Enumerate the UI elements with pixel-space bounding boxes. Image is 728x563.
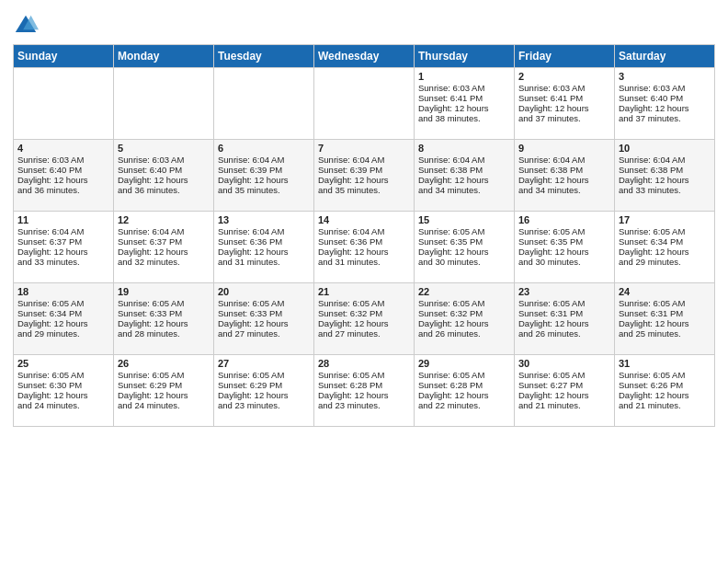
day-number: 24 — [619, 286, 711, 297]
calendar-cell — [314, 68, 415, 140]
day-info: Sunset: 6:35 PM — [418, 236, 510, 247]
calendar-cell: 4Sunrise: 6:03 AMSunset: 6:40 PMDaylight… — [14, 140, 114, 212]
day-info: and 34 minutes. — [518, 185, 610, 195]
day-info: Sunrise: 6:03 AM — [17, 155, 109, 165]
weekday-header-wednesday: Wednesday — [314, 45, 415, 68]
calendar-cell: 22Sunrise: 6:05 AMSunset: 6:32 PMDayligh… — [415, 283, 515, 355]
day-info: Daylight: 12 hours — [619, 103, 711, 113]
day-number: 6 — [218, 143, 310, 154]
day-info: Sunset: 6:32 PM — [418, 308, 510, 318]
weekday-header-tuesday: Tuesday — [214, 45, 314, 68]
day-info: Sunset: 6:29 PM — [218, 380, 310, 390]
day-info: Sunset: 6:35 PM — [518, 236, 610, 247]
header — [13, 9, 715, 39]
day-number: 1 — [418, 71, 510, 82]
day-info: Daylight: 12 hours — [17, 390, 109, 400]
day-number: 14 — [318, 214, 410, 225]
logo — [13, 13, 42, 39]
day-info: Daylight: 12 hours — [418, 175, 510, 185]
day-info: Sunset: 6:40 PM — [619, 93, 711, 103]
day-number: 19 — [118, 286, 210, 297]
weekday-header-row: SundayMondayTuesdayWednesdayThursdayFrid… — [14, 45, 715, 68]
day-info: Daylight: 12 hours — [518, 247, 610, 257]
day-number: 29 — [418, 358, 510, 369]
day-info: Sunrise: 6:05 AM — [518, 370, 610, 380]
logo-icon — [13, 13, 39, 39]
day-info: Sunset: 6:34 PM — [619, 236, 711, 247]
calendar-cell: 17Sunrise: 6:05 AMSunset: 6:34 PMDayligh… — [615, 212, 715, 283]
day-info: Sunrise: 6:05 AM — [218, 370, 310, 380]
day-info: and 36 minutes. — [118, 185, 210, 195]
day-info: and 36 minutes. — [17, 185, 109, 195]
day-number: 11 — [17, 214, 109, 225]
day-info: and 38 minutes. — [418, 113, 510, 123]
day-number: 3 — [619, 71, 711, 82]
day-info: Sunrise: 6:04 AM — [318, 226, 410, 236]
day-info: Sunset: 6:39 PM — [218, 165, 310, 175]
calendar-cell: 29Sunrise: 6:05 AMSunset: 6:28 PMDayligh… — [415, 355, 515, 427]
day-info: Sunrise: 6:05 AM — [218, 298, 310, 308]
calendar-cell — [214, 68, 314, 140]
calendar-cell: 13Sunrise: 6:04 AMSunset: 6:36 PMDayligh… — [214, 212, 314, 283]
day-info: Daylight: 12 hours — [318, 318, 410, 328]
day-info: Daylight: 12 hours — [318, 390, 410, 400]
day-info: Sunset: 6:36 PM — [318, 236, 410, 247]
day-info: Sunrise: 6:05 AM — [418, 370, 510, 380]
day-info: Daylight: 12 hours — [418, 318, 510, 328]
day-info: and 33 minutes. — [17, 257, 109, 267]
day-info: Daylight: 12 hours — [118, 175, 210, 185]
day-info: Daylight: 12 hours — [518, 175, 610, 185]
day-info: and 21 minutes. — [619, 400, 711, 410]
day-info: Daylight: 12 hours — [418, 247, 510, 257]
day-number: 28 — [318, 358, 410, 369]
day-info: Daylight: 12 hours — [17, 247, 109, 257]
day-number: 15 — [418, 214, 510, 225]
calendar-cell: 3Sunrise: 6:03 AMSunset: 6:40 PMDaylight… — [615, 68, 715, 140]
day-info: Sunrise: 6:05 AM — [17, 298, 109, 308]
weekday-header-sunday: Sunday — [14, 45, 114, 68]
calendar-cell: 12Sunrise: 6:04 AMSunset: 6:37 PMDayligh… — [114, 212, 214, 283]
day-info: Sunrise: 6:05 AM — [318, 370, 410, 380]
day-info: and 28 minutes. — [118, 328, 210, 339]
day-info: Sunrise: 6:05 AM — [619, 370, 711, 380]
day-info: and 29 minutes. — [619, 257, 711, 267]
calendar-cell: 6Sunrise: 6:04 AMSunset: 6:39 PMDaylight… — [214, 140, 314, 212]
day-number: 25 — [17, 358, 109, 369]
day-number: 31 — [619, 358, 711, 369]
calendar-cell: 14Sunrise: 6:04 AMSunset: 6:36 PMDayligh… — [314, 212, 415, 283]
day-info: Daylight: 12 hours — [118, 390, 210, 400]
day-number: 16 — [518, 214, 610, 225]
day-info: Sunrise: 6:04 AM — [17, 226, 109, 236]
day-info: Sunrise: 6:05 AM — [118, 298, 210, 308]
day-info: and 21 minutes. — [518, 400, 610, 410]
day-info: Sunrise: 6:04 AM — [418, 155, 510, 165]
calendar-cell: 28Sunrise: 6:05 AMSunset: 6:28 PMDayligh… — [314, 355, 415, 427]
calendar-header: SundayMondayTuesdayWednesdayThursdayFrid… — [14, 45, 715, 68]
day-number: 20 — [218, 286, 310, 297]
calendar-cell: 7Sunrise: 6:04 AMSunset: 6:39 PMDaylight… — [314, 140, 415, 212]
day-info: Sunrise: 6:03 AM — [418, 83, 510, 93]
day-info: and 30 minutes. — [518, 257, 610, 267]
day-number: 17 — [619, 214, 711, 225]
calendar-cell: 11Sunrise: 6:04 AMSunset: 6:37 PMDayligh… — [14, 212, 114, 283]
calendar-cell: 16Sunrise: 6:05 AMSunset: 6:35 PMDayligh… — [515, 212, 615, 283]
day-info: and 23 minutes. — [318, 400, 410, 410]
page-container: SundayMondayTuesdayWednesdayThursdayFrid… — [0, 0, 728, 434]
day-info: and 35 minutes. — [218, 185, 310, 195]
day-number: 13 — [218, 214, 310, 225]
day-info: and 24 minutes. — [17, 400, 109, 410]
day-info: Sunset: 6:28 PM — [318, 380, 410, 390]
day-info: Sunset: 6:30 PM — [17, 380, 109, 390]
calendar-cell: 21Sunrise: 6:05 AMSunset: 6:32 PMDayligh… — [314, 283, 415, 355]
calendar-week-row: 1Sunrise: 6:03 AMSunset: 6:41 PMDaylight… — [14, 68, 715, 140]
day-info: Daylight: 12 hours — [518, 390, 610, 400]
day-info: Sunset: 6:39 PM — [318, 165, 410, 175]
day-info: and 22 minutes. — [418, 400, 510, 410]
day-info: Sunset: 6:40 PM — [17, 165, 109, 175]
calendar-cell: 24Sunrise: 6:05 AMSunset: 6:31 PMDayligh… — [615, 283, 715, 355]
day-info: Sunset: 6:31 PM — [619, 308, 711, 318]
day-info: Daylight: 12 hours — [218, 318, 310, 328]
day-info: Sunset: 6:38 PM — [518, 165, 610, 175]
day-info: Daylight: 12 hours — [518, 103, 610, 113]
day-info: Sunset: 6:41 PM — [418, 93, 510, 103]
